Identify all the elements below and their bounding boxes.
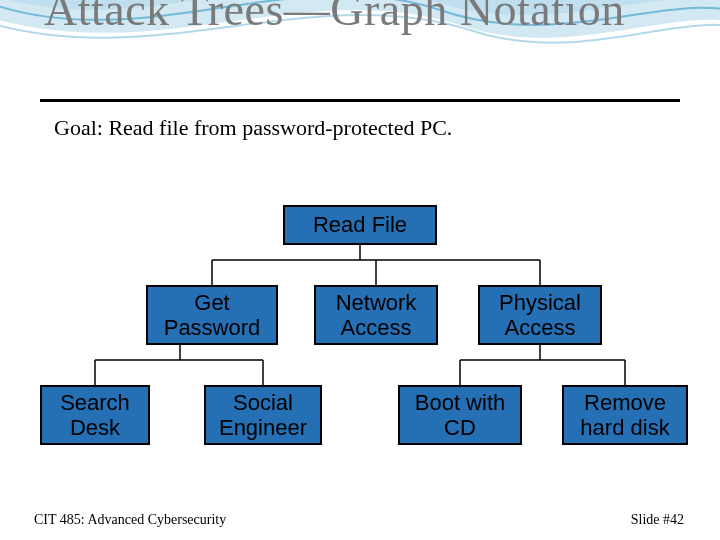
node-network-access: Network Access [314,285,438,345]
goal-text: Goal: Read file from password-protected … [54,115,452,141]
page-title: Attack Trees—Graph Notation [44,0,625,34]
node-remove-hard-disk: Remove hard disk [562,385,688,445]
title-underline [40,99,680,102]
node-search-desk: Search Desk [40,385,150,445]
attack-tree: Read File Get Password Network Access Ph… [0,190,720,490]
node-get-password: Get Password [146,285,278,345]
footer-slide-number: Slide #42 [631,512,684,528]
footer-course: CIT 485: Advanced Cybersecurity [34,512,226,528]
node-social-engineer: Social Engineer [204,385,322,445]
node-physical-access: Physical Access [478,285,602,345]
node-read-file: Read File [283,205,437,245]
node-boot-with-cd: Boot with CD [398,385,522,445]
